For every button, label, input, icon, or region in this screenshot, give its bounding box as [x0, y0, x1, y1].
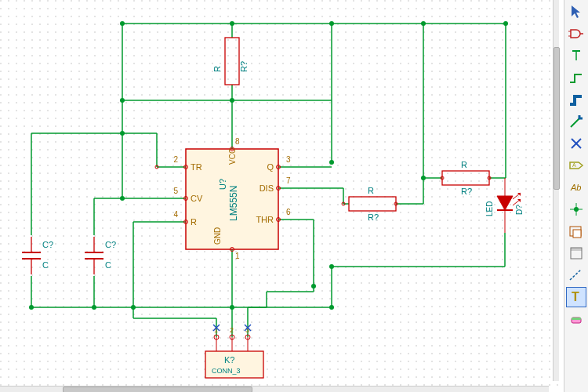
tool-pointer[interactable] — [566, 2, 586, 22]
label: R? — [461, 187, 472, 196]
label: R — [212, 66, 222, 72]
junction — [131, 305, 136, 310]
label: R — [461, 160, 467, 169]
scrollbar-vertical[interactable] — [553, 0, 559, 381]
label: C? — [105, 240, 116, 249]
svg-rect-62 — [572, 318, 581, 320]
right-toolbar: AAbT — [564, 0, 588, 392]
schematic-canvas[interactable]: 2TR5CV4R3Q7DIS6THRVCC8GND1U?LM555NRR?RR?… — [0, 0, 559, 392]
junction — [329, 21, 334, 26]
label: U? — [218, 179, 227, 190]
tool-add-symbol[interactable] — [566, 24, 586, 44]
junction — [311, 284, 316, 289]
label: DIS — [260, 183, 274, 193]
label: GND — [213, 227, 222, 245]
label: 6 — [286, 208, 291, 216]
label: R — [191, 217, 197, 227]
label: R? — [368, 212, 379, 222]
tool-add-wire[interactable] — [566, 67, 586, 88]
label: 1 — [235, 252, 240, 260]
junction — [230, 21, 234, 26]
label: 3 — [286, 155, 291, 164]
label: C — [42, 260, 49, 270]
label: Q — [267, 162, 274, 172]
label: 7 — [286, 176, 291, 185]
label: 4 — [173, 210, 178, 219]
junction — [230, 305, 234, 310]
tool-add-power[interactable] — [566, 45, 586, 66]
tool-add-globallabel[interactable]: Ab — [566, 177, 586, 198]
label: D? — [515, 205, 524, 215]
tool-add-noconn[interactable] — [566, 133, 586, 154]
tool-add-junction[interactable] — [566, 199, 586, 220]
label: R? — [239, 61, 249, 72]
junction — [120, 131, 125, 136]
tool-add-bus[interactable] — [566, 89, 586, 110]
label: 2 — [173, 155, 178, 164]
junction — [230, 98, 234, 103]
svg-text:A: A — [572, 162, 576, 168]
tool-add-hierlabel[interactable] — [566, 221, 586, 241]
junction — [29, 305, 34, 310]
junction — [503, 21, 508, 26]
tool-add-netlabel[interactable]: A — [566, 155, 586, 176]
junction — [120, 196, 125, 201]
label: LED — [485, 201, 494, 216]
tool-add-sheet[interactable] — [566, 243, 586, 263]
label: CONN_3 — [212, 367, 241, 375]
svg-line-59 — [570, 270, 581, 280]
junction — [421, 21, 426, 26]
svg-rect-1 — [0, 0, 559, 387]
svg-text:T: T — [572, 290, 579, 303]
junction — [329, 264, 334, 269]
svg-line-47 — [571, 118, 579, 127]
tool-add-graphic-line[interactable] — [566, 265, 586, 285]
tool-add-busentry[interactable] — [566, 111, 586, 132]
tool-delete[interactable] — [566, 309, 586, 329]
svg-rect-56 — [573, 230, 581, 238]
junction — [120, 98, 125, 103]
junction — [329, 160, 334, 165]
label: C? — [42, 240, 53, 249]
label: TR — [191, 162, 202, 172]
junction — [329, 305, 334, 310]
label: LM555N — [228, 186, 239, 221]
junction — [421, 176, 426, 180]
label: VCC — [228, 148, 237, 165]
svg-text:Ab: Ab — [570, 183, 581, 192]
scrollbar-horizontal[interactable] — [0, 386, 549, 392]
label: THR — [256, 215, 274, 224]
junction — [92, 305, 96, 310]
label: 2 — [230, 326, 234, 334]
label: 5 — [173, 187, 178, 195]
label: K? — [224, 355, 234, 365]
label: CV — [191, 194, 203, 203]
junction — [120, 21, 125, 26]
label: C — [105, 260, 111, 270]
tool-add-text[interactable]: T — [566, 287, 586, 307]
label: 8 — [235, 137, 240, 146]
svg-rect-58 — [571, 248, 582, 251]
label: R — [368, 186, 374, 195]
